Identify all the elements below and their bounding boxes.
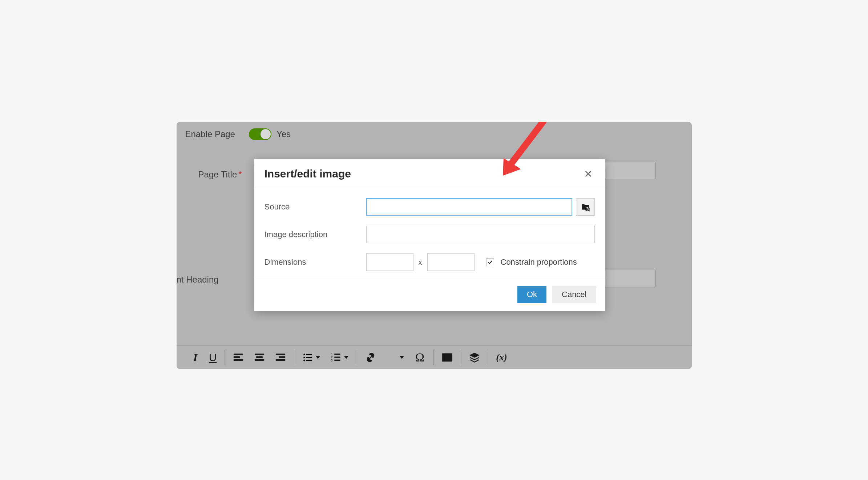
editor-panel: Enable Page Yes Page Title * tent Headin… xyxy=(177,122,692,369)
dimensions-row: Dimensions x Constrain proportions xyxy=(265,248,595,276)
dropdown-caret-icon xyxy=(344,356,348,359)
editor-toolbar: I U 123 xyxy=(177,345,692,369)
enable-page-row: Enable Page Yes xyxy=(185,128,291,140)
toolbar-separator xyxy=(488,350,488,365)
align-left-icon xyxy=(233,352,244,363)
svg-text:3: 3 xyxy=(331,359,333,362)
dropdown-caret-icon xyxy=(400,356,404,359)
align-right-icon xyxy=(275,352,286,363)
enable-page-value: Yes xyxy=(276,129,291,139)
content-heading-label: tent Heading xyxy=(177,275,219,285)
special-char-button[interactable]: Ω xyxy=(409,347,431,368)
insert-image-dialog: Insert/edit image Source xyxy=(254,159,605,311)
enable-page-label: Enable Page xyxy=(185,129,235,139)
link-button[interactable] xyxy=(360,347,381,368)
enable-page-toggle[interactable] xyxy=(249,128,271,140)
svg-rect-12 xyxy=(387,353,396,361)
ok-button[interactable]: Ok xyxy=(517,286,546,303)
svg-rect-11 xyxy=(334,359,340,360)
svg-rect-9 xyxy=(334,356,340,357)
variable-button[interactable]: (x) xyxy=(491,347,512,368)
numbered-list-button[interactable]: 123 xyxy=(326,347,354,368)
page-title-label: Page Title xyxy=(198,169,237,180)
align-right-button[interactable] xyxy=(270,347,291,368)
dialog-footer: Ok Cancel xyxy=(254,279,605,311)
checkmark-icon xyxy=(487,259,493,265)
description-row: Image description xyxy=(265,221,595,248)
toolbar-separator xyxy=(461,350,461,365)
source-input[interactable] xyxy=(366,198,572,216)
bullet-list-icon xyxy=(303,352,313,363)
toolbar-separator xyxy=(357,350,357,365)
svg-point-2 xyxy=(303,356,305,358)
close-button[interactable] xyxy=(582,167,595,180)
dropdown-caret-icon xyxy=(316,356,320,359)
align-center-icon xyxy=(254,352,265,363)
close-icon xyxy=(584,170,592,178)
constrain-label: Constrain proportions xyxy=(501,257,577,267)
description-label: Image description xyxy=(265,230,366,239)
source-label: Source xyxy=(265,202,366,212)
dimensions-label: Dimensions xyxy=(265,257,366,267)
svg-point-0 xyxy=(303,353,305,355)
svg-point-4 xyxy=(303,359,305,361)
table-icon xyxy=(387,352,397,363)
insert-image-button[interactable] xyxy=(437,347,458,368)
italic-button[interactable]: I xyxy=(187,347,204,368)
description-input[interactable] xyxy=(366,226,595,243)
svg-rect-1 xyxy=(306,354,312,355)
toolbar-separator xyxy=(433,350,434,365)
width-input[interactable] xyxy=(366,253,413,271)
svg-rect-5 xyxy=(306,360,312,361)
align-center-button[interactable] xyxy=(249,347,270,368)
link-icon xyxy=(365,352,376,363)
height-input[interactable] xyxy=(427,253,475,271)
source-row: Source xyxy=(265,193,595,221)
bullet-list-button[interactable] xyxy=(297,347,326,368)
underline-button[interactable]: U xyxy=(204,347,222,368)
dialog-header: Insert/edit image xyxy=(254,159,605,187)
browse-folder-icon xyxy=(580,202,590,212)
numbered-list-icon: 123 xyxy=(331,352,341,363)
dialog-title: Insert/edit image xyxy=(265,168,351,180)
page-title-row: Page Title * xyxy=(198,169,242,180)
constrain-checkbox[interactable] xyxy=(486,258,494,266)
content-heading-row: tent Heading xyxy=(177,275,219,285)
widget-icon xyxy=(469,352,480,363)
widget-button[interactable] xyxy=(464,347,485,368)
browse-button[interactable] xyxy=(576,198,595,216)
dimensions-separator: x xyxy=(417,258,424,267)
dialog-body: Source Image xyxy=(254,187,605,279)
table-button[interactable] xyxy=(381,347,409,368)
cancel-button[interactable]: Cancel xyxy=(552,286,596,303)
align-left-button[interactable] xyxy=(228,347,249,368)
image-icon xyxy=(442,352,453,363)
required-marker: * xyxy=(238,169,242,180)
toolbar-separator xyxy=(294,350,294,365)
svg-rect-7 xyxy=(334,353,340,355)
svg-point-14 xyxy=(444,356,446,357)
svg-rect-3 xyxy=(306,357,312,358)
toolbar-separator xyxy=(225,350,225,365)
